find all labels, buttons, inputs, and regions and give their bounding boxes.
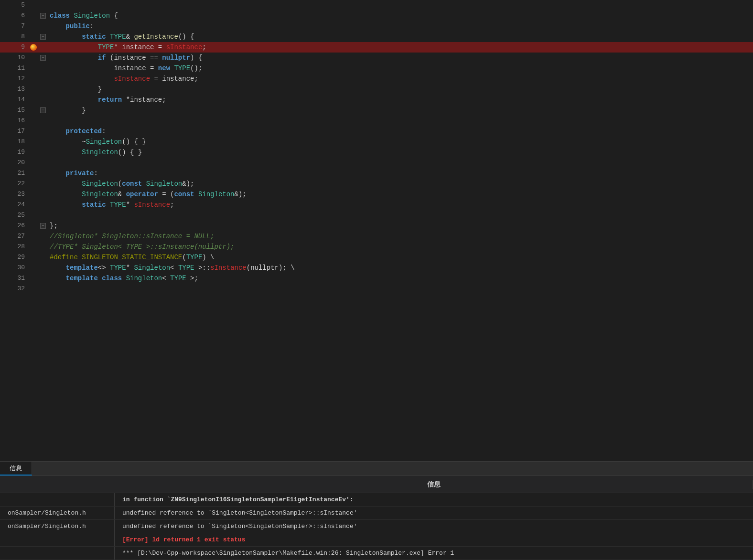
breakpoint-25[interactable] <box>29 210 38 221</box>
breakpoint-16[interactable] <box>29 116 38 126</box>
breakpoint-15[interactable] <box>29 105 38 116</box>
breakpoint-7[interactable] <box>29 21 38 32</box>
code-line-21: 21 private: <box>0 168 753 179</box>
token: ) { <box>190 54 202 62</box>
fold-6[interactable]: − <box>38 11 48 21</box>
token: return <box>50 96 122 104</box>
line-number-19: 19 <box>0 147 29 158</box>
token: Singleton <box>50 190 118 198</box>
line-code-21: private: <box>48 168 753 179</box>
breakpoint-24[interactable] <box>29 200 38 210</box>
token: () { } <box>122 138 146 146</box>
breakpoint-19[interactable] <box>29 147 38 158</box>
token: //Singleton* Singleton::sInstance = NULL… <box>50 232 214 240</box>
line-number-14: 14 <box>0 95 29 105</box>
error-row-0: onSampler/Singleton.hundefined reference… <box>0 507 753 520</box>
token: = <box>154 43 166 51</box>
code-line-12: 12 sInstance = instance; <box>0 74 753 84</box>
token: instance <box>130 96 162 104</box>
breakpoint-32[interactable] <box>29 284 38 294</box>
breakpoint-14[interactable] <box>29 95 38 105</box>
breakpoint-31[interactable] <box>29 273 38 284</box>
fold-20 <box>38 158 48 168</box>
fold-10[interactable]: − <box>38 53 48 63</box>
code-line-23: 23 Singleton& operator = (const Singleto… <box>0 189 753 200</box>
breakpoint-28[interactable] <box>29 242 38 252</box>
token: class <box>102 275 126 282</box>
line-number-18: 18 <box>0 137 29 147</box>
token: ; <box>194 75 198 83</box>
breakpoint-11[interactable] <box>29 63 38 74</box>
fold-box-26[interactable]: − <box>40 223 46 229</box>
breakpoint-18[interactable] <box>29 137 38 147</box>
fold-box-6[interactable]: − <box>40 13 46 19</box>
fold-26[interactable]: − <box>38 221 48 231</box>
token: { <box>110 12 118 20</box>
code-editor: 56−class Singleton {7 public:8− static T… <box>0 0 753 461</box>
token: static <box>50 201 110 209</box>
fold-box-8[interactable]: − <box>40 34 46 40</box>
line-number-12: 12 <box>0 74 29 84</box>
fold-box-10[interactable]: − <box>40 55 46 61</box>
breakpoint-30[interactable] <box>29 263 38 273</box>
token: Singleton <box>134 264 170 272</box>
line-number-15: 15 <box>0 105 29 116</box>
line-code-14: return *instance; <box>48 95 753 105</box>
breakpoint-27[interactable] <box>29 231 38 242</box>
tab-info[interactable]: 信息 <box>0 462 32 475</box>
breakpoint-6[interactable] <box>29 11 38 21</box>
code-line-32: 32 <box>0 284 753 294</box>
token: < <box>162 275 170 282</box>
fold-15[interactable]: − <box>38 105 48 116</box>
code-line-9: 9 TYPE* instance = sInstance; <box>0 42 753 53</box>
breakpoint-26[interactable] <box>29 221 38 231</box>
breakpoint-20[interactable] <box>29 158 38 168</box>
fold-7 <box>38 21 48 32</box>
breakpoint-23[interactable] <box>29 189 38 200</box>
token: & <box>118 190 126 198</box>
error-file-0: onSampler/Singleton.h <box>0 507 115 519</box>
breakpoint-5[interactable] <box>29 0 38 11</box>
token: >; <box>186 275 198 282</box>
code-line-7: 7 public: <box>0 21 753 32</box>
line-code-16 <box>48 116 753 126</box>
line-code-31: template class Singleton< TYPE >; <box>48 273 753 284</box>
breakpoint-12[interactable] <box>29 74 38 84</box>
code-line-5: 5 <box>0 0 753 11</box>
token: >:: <box>194 264 211 272</box>
breakpoint-29[interactable] <box>29 252 38 263</box>
token: : <box>90 22 94 30</box>
line-number-22: 22 <box>0 179 29 189</box>
token: <> <box>98 264 110 272</box>
token: sInstance <box>134 201 170 209</box>
line-number-32: 32 <box>0 284 29 294</box>
token: private <box>50 169 94 177</box>
token: == <box>146 54 162 62</box>
breakpoint-21[interactable] <box>29 168 38 179</box>
breakpoint-22[interactable] <box>29 179 38 189</box>
breakpoint-9[interactable] <box>29 42 38 53</box>
line-number-17: 17 <box>0 126 29 137</box>
fold-27 <box>38 231 48 242</box>
fold-13 <box>38 84 48 95</box>
fold-22 <box>38 179 48 189</box>
line-code-27: //Singleton* Singleton::sInstance = NULL… <box>48 231 753 242</box>
line-code-20 <box>48 158 753 168</box>
fold-28 <box>38 242 48 252</box>
token: < <box>170 264 178 272</box>
code-line-15: 15− } <box>0 105 753 116</box>
token: ; <box>162 96 166 104</box>
token: & <box>126 33 134 41</box>
breakpoint-17[interactable] <box>29 126 38 137</box>
breakpoint-8[interactable] <box>29 32 38 42</box>
token: nullptr <box>162 54 190 62</box>
token: = ( <box>158 190 174 198</box>
token: sInstance <box>210 264 247 272</box>
fold-box-15[interactable]: − <box>40 107 46 113</box>
code-line-11: 11 instance = new TYPE(); <box>0 63 753 74</box>
breakpoint-10[interactable] <box>29 53 38 63</box>
fold-14 <box>38 95 48 105</box>
breakpoint-13[interactable] <box>29 84 38 95</box>
code-line-22: 22 Singleton(const Singleton&); <box>0 179 753 189</box>
fold-8[interactable]: − <box>38 32 48 42</box>
